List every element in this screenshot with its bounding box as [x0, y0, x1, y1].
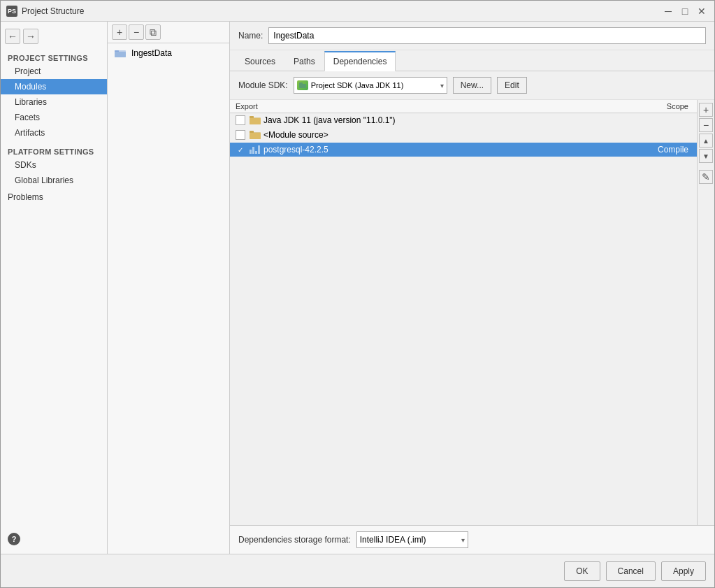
scroll-down-button[interactable]: ▼ — [699, 149, 713, 163]
sdk-select[interactable]: Project SDK (Java JDK 11) ▾ — [294, 77, 447, 94]
apply-button[interactable]: Apply — [661, 561, 706, 581]
svg-rect-6 — [250, 116, 254, 118]
table-row[interactable]: Java JDK 11 (java version "11.0.1") — [230, 113, 697, 128]
table-side-buttons: + − ▲ ▼ ✎ — [697, 100, 714, 525]
maximize-button[interactable]: □ — [678, 4, 692, 18]
storage-label: Dependencies storage format: — [238, 535, 351, 545]
java-jdk-folder-icon — [250, 115, 261, 125]
col-export-header: Export — [236, 102, 277, 110]
svg-rect-10 — [250, 133, 261, 139]
project-structure-window: PS Project Structure ─ □ ✕ ← → Project S… — [0, 0, 715, 588]
dep-scope-postgresql: Compile — [635, 145, 691, 155]
bottom-bar: OK Cancel Apply — [1, 554, 714, 587]
remove-module-button[interactable]: − — [129, 24, 144, 40]
minimize-button[interactable]: ─ — [661, 4, 675, 18]
sidebar-item-problems[interactable]: Problems — [1, 188, 107, 206]
sidebar-nav-buttons: ← → — [1, 26, 107, 47]
dep-name-postgresql: postgresql-42.2.5 — [263, 145, 635, 155]
title-bar: PS Project Structure ─ □ ✕ — [1, 1, 714, 22]
close-button[interactable]: ✕ — [695, 4, 709, 18]
help-button-area: ? — [1, 529, 107, 550]
table-row[interactable]: ✓ postgresql-42.2.5 Compile — [230, 143, 697, 157]
sdk-row: Module SDK: Project SDK (Java JDK 11) ▾ … — [230, 71, 714, 100]
sdk-icon — [297, 80, 308, 90]
tab-paths[interactable]: Paths — [284, 52, 324, 71]
window-title: Project Structure — [22, 6, 84, 16]
svg-rect-4 — [299, 83, 303, 85]
main-content: ← → Project Settings Project Modules Lib… — [1, 22, 714, 554]
add-module-button[interactable]: + — [112, 24, 127, 40]
sidebar-item-global-libraries[interactable]: Global Libraries — [1, 173, 107, 188]
module-item-ingestdata[interactable]: IngestData — [110, 46, 226, 60]
sidebar-item-project[interactable]: Project — [1, 64, 107, 79]
platform-settings-label: Platform Settings — [1, 141, 107, 157]
tabs-row: Sources Paths Dependencies — [230, 50, 714, 71]
remove-dep-button[interactable]: − — [699, 118, 713, 132]
svg-rect-1 — [115, 50, 119, 52]
title-bar-controls: ─ □ ✕ — [661, 4, 709, 18]
forward-button[interactable]: → — [23, 29, 38, 44]
scroll-up-button[interactable]: ▲ — [699, 134, 713, 148]
module-list-body: IngestData — [108, 43, 229, 554]
module-list-toolbar: + − ⧉ — [108, 22, 229, 43]
tab-sources[interactable]: Sources — [236, 52, 284, 71]
table-row[interactable]: <Module source> — [230, 128, 697, 143]
sidebar-item-modules[interactable]: Modules — [1, 79, 107, 94]
name-row: Name: — [230, 22, 714, 50]
storage-format-value: IntelliJ IDEA (.iml) — [360, 535, 461, 545]
tab-dependencies[interactable]: Dependencies — [324, 51, 396, 71]
module-source-folder-icon — [250, 130, 261, 140]
sidebar-item-libraries[interactable]: Libraries — [1, 94, 107, 110]
edit-dep-button[interactable]: ✎ — [699, 170, 713, 184]
dep-name-java: Java JDK 11 (java version "11.0.1") — [263, 115, 635, 125]
name-input[interactable] — [268, 27, 706, 44]
title-bar-left: PS Project Structure — [6, 6, 84, 17]
export-checkbox-module[interactable] — [236, 130, 245, 140]
storage-format-select[interactable]: IntelliJ IDEA (.iml) ▾ — [356, 531, 468, 548]
sdk-label: Module SDK: — [238, 80, 288, 90]
deps-table: Export Scope — [230, 100, 697, 525]
sdk-dropdown-arrow-icon: ▾ — [440, 82, 444, 89]
deps-table-container: Export Scope — [230, 100, 714, 525]
storage-row: Dependencies storage format: IntelliJ ID… — [230, 525, 714, 554]
svg-rect-2 — [115, 52, 126, 57]
help-button[interactable]: ? — [8, 533, 20, 545]
svg-rect-7 — [250, 118, 261, 124]
module-item-label: IngestData — [131, 48, 172, 58]
dep-name-module: <Module source> — [263, 130, 635, 140]
detail-panel: Name: Sources Paths Dependencies Module … — [230, 22, 714, 554]
sdk-edit-button[interactable]: Edit — [497, 77, 527, 94]
sidebar: ← → Project Settings Project Modules Lib… — [1, 22, 108, 554]
col-scope-header: Scope — [635, 102, 691, 110]
ok-button[interactable]: OK — [564, 561, 600, 581]
add-dep-button[interactable]: + — [699, 103, 713, 117]
deps-table-header: Export Scope — [230, 100, 697, 113]
sdk-select-text: Project SDK (Java JDK 11) — [311, 81, 438, 89]
svg-rect-9 — [250, 131, 254, 133]
sidebar-item-sdks[interactable]: SDKs — [1, 157, 107, 173]
storage-dropdown-arrow-icon: ▾ — [461, 536, 465, 544]
sidebar-item-artifacts[interactable]: Artifacts — [1, 125, 107, 141]
module-folder-icon — [115, 48, 126, 58]
module-list-and-detail: + − ⧉ IngestData — [108, 22, 714, 554]
export-checkbox-postgresql[interactable]: ✓ — [236, 145, 245, 155]
project-settings-label: Project Settings — [1, 50, 107, 64]
postgresql-bar-icon — [250, 145, 261, 155]
sidebar-item-facets[interactable]: Facets — [1, 110, 107, 125]
export-checkbox-java[interactable] — [236, 115, 245, 125]
back-button[interactable]: ← — [5, 29, 20, 44]
cancel-button[interactable]: Cancel — [606, 561, 656, 581]
name-label: Name: — [238, 31, 263, 41]
app-icon: PS — [6, 6, 17, 17]
sdk-new-button[interactable]: New... — [453, 77, 491, 94]
copy-module-button[interactable]: ⧉ — [145, 24, 161, 40]
module-list-panel: + − ⧉ IngestData — [108, 22, 230, 554]
